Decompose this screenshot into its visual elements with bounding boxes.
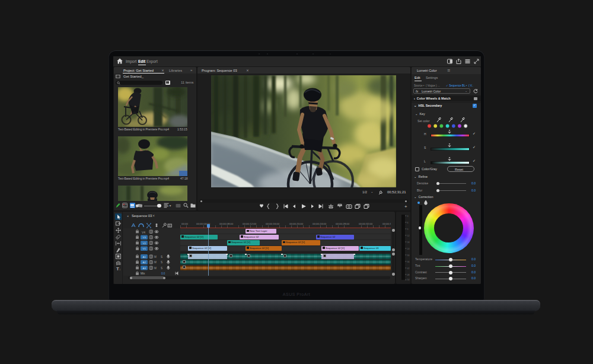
- svg-text:A1: A1: [143, 256, 146, 258]
- svg-text:A2: A2: [143, 261, 146, 264]
- svg-text:36: 36: [407, 261, 410, 263]
- svg-text:48: 48: [407, 274, 410, 276]
- svg-text:3: 3: [407, 215, 409, 218]
- svg-text:M: M: [154, 261, 157, 264]
- svg-text:M: M: [154, 267, 157, 270]
- svg-text:S: S: [161, 267, 162, 270]
- svg-text:V2: V2: [143, 242, 146, 245]
- svg-text:V4: V4: [142, 231, 145, 234]
- svg-text:30: 30: [407, 254, 410, 257]
- svg-text:Mix: Mix: [141, 272, 145, 275]
- svg-text:A3: A3: [143, 267, 146, 270]
- svg-text:S: S: [161, 261, 162, 264]
- svg-text:0.0: 0.0: [161, 272, 165, 275]
- svg-text:S: S: [161, 256, 162, 258]
- svg-text:V3: V3: [143, 236, 146, 239]
- svg-text:18: 18: [407, 241, 410, 244]
- svg-text:9: 9: [407, 228, 409, 231]
- svg-text:42: 42: [407, 267, 410, 270]
- svg-text:6: 6: [407, 222, 409, 224]
- svg-text:V1: V1: [143, 247, 146, 250]
- svg-text:54: 54: [407, 279, 410, 281]
- svg-text:12: 12: [407, 235, 410, 237]
- svg-text:24: 24: [407, 248, 410, 250]
- svg-text:M: M: [154, 256, 157, 258]
